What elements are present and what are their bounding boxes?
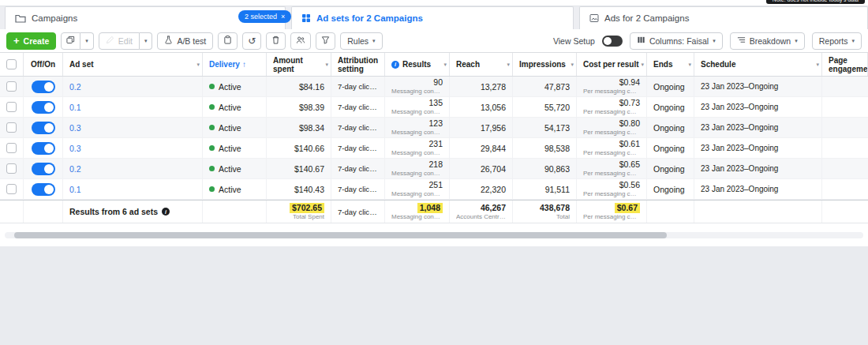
selected-count-badge[interactable]: 2 selected × [238, 10, 291, 23]
header-page-engagement-label: Page engagement [829, 56, 868, 73]
horizontal-scrollbar-track[interactable] [5, 232, 863, 238]
people-icon [296, 36, 305, 46]
columns-icon [637, 36, 645, 46]
header-amount-spent-label: Amount spent [273, 56, 324, 73]
view-setup-toggle[interactable] [602, 36, 623, 47]
active-status-dot [209, 84, 215, 89]
row-checkbox[interactable] [6, 81, 17, 92]
row-checkbox[interactable] [6, 163, 17, 174]
totals-label: Results from 6 ad sets [69, 207, 158, 216]
page-engagement-cell [822, 118, 868, 137]
tab-ad-sets[interactable]: Ad sets for 2 Campaigns [291, 6, 574, 29]
results-sub: Messaging conversa... [391, 190, 443, 198]
toggle-knob [44, 123, 54, 133]
row-toggle[interactable] [32, 122, 55, 134]
header-page-engagement[interactable]: Page engagement [822, 53, 868, 76]
row-checkbox[interactable] [6, 184, 17, 194]
tab-ads[interactable]: Ads for 2 Campaigns [579, 6, 868, 29]
cost-per-result-sub: Per messaging conv... [583, 149, 640, 157]
header-delivery-label: Delivery [209, 60, 240, 69]
ad-sets-grid-icon [301, 13, 311, 23]
attribution-text: 7-day click or ... [338, 208, 378, 216]
edit-button[interactable]: Edit [99, 32, 140, 50]
rules-button[interactable]: Rules ▾ [340, 32, 382, 50]
delivery-status: Active [219, 164, 241, 174]
ads-manager-app: Note: does not include today's data Camp… [0, 0, 868, 246]
adset-name-link[interactable]: 0.3 [69, 144, 81, 153]
ends-cell: Ongoing [647, 138, 694, 158]
delivery-status: Active [219, 103, 241, 112]
horizontal-scrollbar-thumb[interactable] [14, 232, 667, 238]
reach-cell: 22,320 [450, 179, 513, 199]
row-toggle[interactable] [32, 163, 55, 175]
cost-per-result-value: $0.65 [619, 159, 640, 170]
chevron-down-icon: ▾ [851, 38, 855, 43]
row-checkbox[interactable] [6, 102, 17, 112]
header-impressions-label: Impressions [519, 60, 566, 69]
adset-name-link[interactable]: 0.2 [69, 82, 81, 92]
adset-name-link[interactable]: 0.2 [69, 164, 81, 174]
selected-count-label: 2 selected [245, 13, 277, 21]
page-engagement-cell [822, 77, 868, 96]
cost-per-result-value: $0.56 [619, 180, 640, 190]
schedule-cell: 23 Jan 2023–Ongoing [694, 77, 822, 96]
total-impressions-sub: Total [556, 213, 570, 221]
amount-spent-cell: $98.34 [267, 118, 331, 137]
assign-button[interactable] [290, 32, 311, 50]
create-button[interactable]: + Create [6, 32, 56, 50]
adset-name-link[interactable]: 0.1 [69, 103, 81, 112]
row-checkbox[interactable] [6, 122, 17, 133]
impressions-cell: 55,720 [513, 97, 577, 117]
header-impressions[interactable]: Impressions▾ [513, 53, 577, 76]
export-button[interactable] [316, 32, 335, 50]
total-cost-per-result-cell: $0.67 Per messaging conver... [577, 201, 647, 223]
cost-per-result-sub: Per messaging conv... [583, 108, 640, 116]
header-amount-spent[interactable]: Amount spent▾ [267, 53, 331, 76]
undo-button[interactable]: ↺ [242, 32, 261, 50]
header-schedule[interactable]: Schedule▾ [694, 53, 822, 76]
sort-caret-icon: ▾ [507, 62, 510, 68]
row-toggle[interactable] [32, 142, 55, 155]
adset-name-link[interactable]: 0.1 [69, 185, 81, 194]
results-sub: Messaging conversa... [391, 149, 443, 157]
delete-button[interactable] [266, 32, 286, 50]
delivery-status: Active [219, 82, 241, 92]
amount-spent-cell: $140.67 [267, 159, 331, 178]
toggle-knob [604, 37, 612, 45]
columns-button[interactable]: Columns: Faisal ▾ [630, 32, 723, 50]
edit-dropdown-button[interactable]: ▾ [140, 32, 153, 50]
header-reach[interactable]: Reach▾ [450, 53, 513, 76]
impressions-cell: 54,173 [513, 118, 577, 137]
row-checkbox[interactable] [6, 143, 17, 153]
select-all-checkbox[interactable] [6, 59, 17, 69]
row-toggle[interactable] [32, 81, 55, 93]
header-cost-per-result[interactable]: Cost per result▾ [577, 53, 647, 76]
header-ad-set[interactable]: Ad set▾ [63, 53, 203, 76]
total-results-value: 1,048 [417, 203, 443, 213]
row-toggle[interactable] [32, 183, 55, 196]
chevron-down-icon: ▾ [85, 38, 88, 43]
header-results[interactable]: iResults▾ [385, 53, 450, 76]
ab-test-button[interactable]: A/B test [157, 32, 213, 50]
row-toggle[interactable] [32, 101, 55, 114]
adset-name-link[interactable]: 0.3 [69, 123, 81, 133]
close-icon[interactable]: × [281, 13, 285, 21]
header-ends[interactable]: Ends▾ [647, 53, 694, 76]
sort-caret-icon: ▾ [641, 62, 644, 68]
delivery-status: Active [219, 144, 241, 153]
breakdown-button[interactable]: Breakdown ▾ [730, 32, 805, 50]
header-attribution[interactable]: Attribution setting [331, 53, 385, 76]
clipboard-button[interactable] [218, 32, 238, 50]
ends-cell: Ongoing [647, 179, 694, 199]
page-engagement-cell [822, 179, 868, 199]
results-sub: Messaging conversa... [391, 129, 443, 137]
header-delivery[interactable]: Delivery↑ [203, 53, 267, 76]
duplicate-button[interactable] [61, 32, 80, 50]
ads-image-icon [589, 13, 599, 23]
duplicate-icon [66, 36, 75, 46]
reports-button[interactable]: Reports ▾ [812, 32, 862, 50]
duplicate-dropdown-button[interactable]: ▾ [80, 32, 94, 50]
edit-button-label: Edit [118, 36, 133, 46]
reach-cell: 13,278 [450, 77, 513, 96]
note-tooltip: Note: does not include today's data [766, 0, 865, 4]
